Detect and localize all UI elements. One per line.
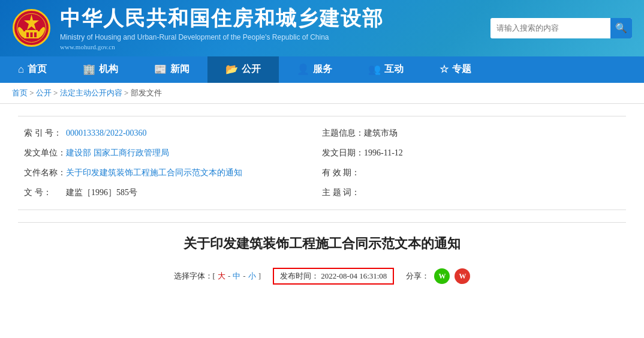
share-wechat-button[interactable]: W xyxy=(434,268,450,284)
font-small-link[interactable]: 小 xyxy=(248,271,256,282)
index-label: 索 引 号： xyxy=(24,125,66,140)
nav-item-news[interactable]: 📰 新闻 xyxy=(136,56,207,83)
breadcrumb-open[interactable]: 公开 xyxy=(36,88,52,97)
filename-value: 关于印发建筑装饰工程施工合同示范文本的通知 xyxy=(66,165,242,180)
doc-info-table: 索 引 号： 000013338/2022-00360 发文单位： 建设部 国家… xyxy=(18,116,626,210)
breadcrumb: 首页 > 公开 > 法定主动公开内容 > 部发文件 xyxy=(0,83,644,104)
weibo-icon: W xyxy=(459,272,466,281)
share-label: 分享： xyxy=(406,271,429,282)
nav-item-org[interactable]: 🏢 机构 xyxy=(65,56,136,83)
breadcrumb-home[interactable]: 首页 xyxy=(12,88,28,97)
nav-item-interact[interactable]: 👥 互动 xyxy=(350,56,422,83)
doc-info-row-index: 索 引 号： 000013338/2022-00360 xyxy=(24,125,322,140)
font-sep1: - xyxy=(228,271,230,281)
docnum-value: 建监［1996］585号 xyxy=(66,185,137,200)
nav-label-org: 机构 xyxy=(99,63,118,76)
doc-info-row-validity: 有 效 期： xyxy=(322,165,620,180)
nav-item-home[interactable]: ⌂ 首页 xyxy=(0,56,65,83)
search-box: 🔍 xyxy=(490,18,632,38)
font-medium-link[interactable]: 中 xyxy=(233,271,240,282)
org-value: 建设部 国家工商行政管理局 xyxy=(66,145,169,160)
validity-label: 有 效 期： xyxy=(322,165,364,180)
open-icon: 📂 xyxy=(225,63,238,76)
doc-info-row-filename: 文件名称： 关于印发建筑装饰工程施工合同示范文本的通知 xyxy=(24,165,322,180)
theme-value: 建筑市场 xyxy=(364,125,398,140)
svg-rect-7 xyxy=(34,32,37,37)
svg-rect-6 xyxy=(31,32,33,37)
publish-time-box: 发布时间： 2022-08-04 16:31:08 xyxy=(273,268,394,285)
svg-rect-4 xyxy=(25,30,38,32)
nav-label-special: 专题 xyxy=(452,63,471,76)
doc-info-row-date: 发文日期： 1996-11-12 xyxy=(322,145,620,160)
site-header: 中华人民共和国住房和城乡建设部 Ministry of Housing and … xyxy=(0,0,644,56)
keywords-label: 主 题 词： xyxy=(322,185,364,200)
search-button[interactable]: 🔍 xyxy=(610,18,632,38)
breadcrumb-current: 部发文件 xyxy=(131,88,162,97)
svg-rect-5 xyxy=(26,32,29,37)
home-icon: ⌂ xyxy=(18,64,24,76)
doc-info-row-keywords: 主 题 词： xyxy=(322,185,620,200)
nav-label-news: 新闻 xyxy=(170,63,189,76)
org-icon: 🏢 xyxy=(83,63,95,76)
nav-item-open[interactable]: 📂 公开 xyxy=(207,56,279,83)
site-en-title: Ministry of Housing and Urban-Rural Deve… xyxy=(60,33,384,41)
doc-info-right: 主题信息： 建筑市场 发文日期： 1996-11-12 有 效 期： 主 题 词… xyxy=(322,125,620,201)
share-section: 分享： W W xyxy=(406,268,470,284)
wechat-icon: W xyxy=(438,272,446,281)
date-label: 发文日期： xyxy=(322,145,364,160)
doc-info-row-theme: 主题信息： 建筑市场 xyxy=(322,125,620,140)
font-large-link[interactable]: 大 xyxy=(218,271,225,282)
special-icon: ☆ xyxy=(440,63,449,76)
doc-info-row-docnum: 文 号： 建监［1996］585号 xyxy=(24,185,322,200)
header-title-block: 中华人民共和国住房和城乡建设部 Ministry of Housing and … xyxy=(60,6,384,50)
publish-time-label: 发布时间： xyxy=(280,271,319,280)
share-weibo-button[interactable]: W xyxy=(455,268,470,284)
interact-icon: 👥 xyxy=(368,63,381,76)
nav-item-service[interactable]: 👤 服务 xyxy=(279,56,350,83)
doc-meta: 选择字体：[ 大 - 中 - 小 ] 发布时间： 2022-08-04 16:3… xyxy=(42,268,602,285)
service-icon: 👤 xyxy=(297,63,309,76)
site-website: www.mohurd.gov.cn xyxy=(60,43,384,50)
font-bracket-close: ] xyxy=(258,271,261,281)
news-icon: 📰 xyxy=(154,63,167,76)
index-value: 000013338/2022-00360 xyxy=(66,125,147,140)
site-cn-title: 中华人民共和国住房和城乡建设部 xyxy=(60,6,384,31)
font-size-chooser: 选择字体：[ 大 - 中 - 小 ] xyxy=(174,271,261,282)
font-sep2: - xyxy=(243,271,245,281)
docnum-label: 文 号： xyxy=(24,185,66,200)
main-nav: ⌂ 首页 🏢 机构 📰 新闻 📂 公开 👤 服务 👥 互动 ☆ 专题 xyxy=(0,56,644,83)
theme-label: 主题信息： xyxy=(322,125,364,140)
nav-item-special[interactable]: ☆ 专题 xyxy=(422,56,489,83)
nav-label-service: 服务 xyxy=(313,63,332,76)
publish-time-value: 2022-08-04 16:31:08 xyxy=(321,271,387,280)
doc-title: 关于印发建筑装饰工程施工合同示范文本的通知 xyxy=(42,235,602,253)
national-emblem xyxy=(12,8,51,47)
header-left: 中华人民共和国住房和城乡建设部 Ministry of Housing and … xyxy=(12,6,384,50)
filename-label: 文件名称： xyxy=(24,165,66,180)
doc-info-left: 索 引 号： 000013338/2022-00360 发文单位： 建设部 国家… xyxy=(24,125,322,201)
breadcrumb-category[interactable]: 法定主动公开内容 xyxy=(60,88,122,97)
nav-label-interact: 互动 xyxy=(384,63,404,76)
date-value: 1996-11-12 xyxy=(364,145,403,160)
nav-label-open: 公开 xyxy=(242,63,261,76)
doc-content: 关于印发建筑装饰工程施工合同示范文本的通知 选择字体：[ 大 - 中 - 小 ]… xyxy=(18,222,626,303)
search-input[interactable] xyxy=(490,23,610,33)
doc-info-row-org: 发文单位： 建设部 国家工商行政管理局 xyxy=(24,145,322,160)
org-label: 发文单位： xyxy=(24,145,66,160)
nav-label-home: 首页 xyxy=(28,63,47,76)
font-size-label: 选择字体：[ xyxy=(174,271,215,282)
content-wrapper: 索 引 号： 000013338/2022-00360 发文单位： 建设部 国家… xyxy=(0,104,644,315)
